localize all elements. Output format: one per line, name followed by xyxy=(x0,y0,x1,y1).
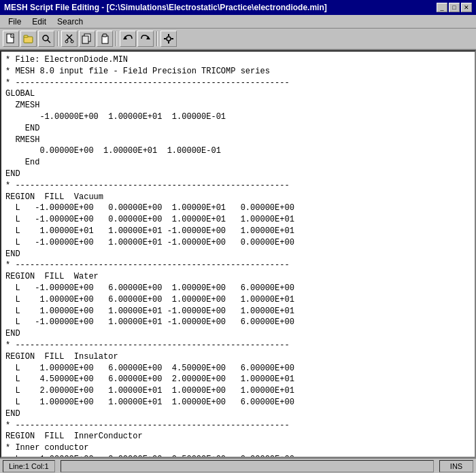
menu-bar: File Edit Search xyxy=(0,15,476,29)
status-bar: Line:1 Col:1 INS xyxy=(0,458,476,473)
settings-button[interactable] xyxy=(160,31,177,47)
svg-rect-12 xyxy=(102,36,108,43)
undo-button[interactable] xyxy=(120,31,136,47)
svg-rect-11 xyxy=(82,36,88,43)
new-button[interactable] xyxy=(3,31,19,47)
cut-button[interactable] xyxy=(61,31,78,47)
open-button[interactable] xyxy=(20,31,37,47)
svg-point-16 xyxy=(167,37,171,41)
copy-button[interactable] xyxy=(79,31,95,47)
svg-point-9 xyxy=(71,40,73,43)
svg-rect-13 xyxy=(103,34,107,37)
find-button[interactable] xyxy=(38,31,54,47)
editor-content[interactable]: * File: ElectronDiode.MIN * MESH 8.0 inp… xyxy=(0,50,476,458)
title-bar: MESH Script File Editing - [C:\Simulatio… xyxy=(0,0,476,15)
redo-button[interactable] xyxy=(137,31,154,47)
svg-line-5 xyxy=(48,40,50,43)
main-area: * File: ElectronDiode.MIN * MESH 8.0 inp… xyxy=(0,50,476,458)
ins-text: INS xyxy=(450,462,462,470)
toolbar xyxy=(0,29,476,50)
line-col-text: Line:1 Col:1 xyxy=(9,462,49,470)
close-button[interactable]: ✕ xyxy=(461,3,472,12)
minimize-button[interactable]: _ xyxy=(437,3,447,12)
toolbar-separator-2 xyxy=(116,31,117,46)
svg-rect-19 xyxy=(164,38,166,39)
status-middle xyxy=(61,460,434,472)
line-col-indicator: Line:1 Col:1 xyxy=(3,460,55,472)
menu-file[interactable]: File xyxy=(3,16,27,28)
title-bar-buttons: _ □ ✕ xyxy=(437,3,472,12)
svg-rect-17 xyxy=(168,34,169,36)
ins-indicator: INS xyxy=(439,460,473,472)
menu-edit[interactable]: Edit xyxy=(27,16,52,28)
svg-rect-3 xyxy=(24,35,28,37)
svg-rect-20 xyxy=(171,38,173,39)
svg-point-4 xyxy=(43,35,48,41)
svg-point-8 xyxy=(65,40,68,43)
svg-rect-18 xyxy=(168,41,169,43)
window-title: MESH Script File Editing - [C:\Simulatio… xyxy=(4,3,327,12)
maximize-button[interactable]: □ xyxy=(449,3,460,12)
paste-button[interactable] xyxy=(97,31,113,47)
menu-search[interactable]: Search xyxy=(52,16,88,28)
svg-rect-0 xyxy=(7,34,14,43)
toolbar-separator-3 xyxy=(156,31,158,46)
toolbar-separator-1 xyxy=(57,31,58,46)
